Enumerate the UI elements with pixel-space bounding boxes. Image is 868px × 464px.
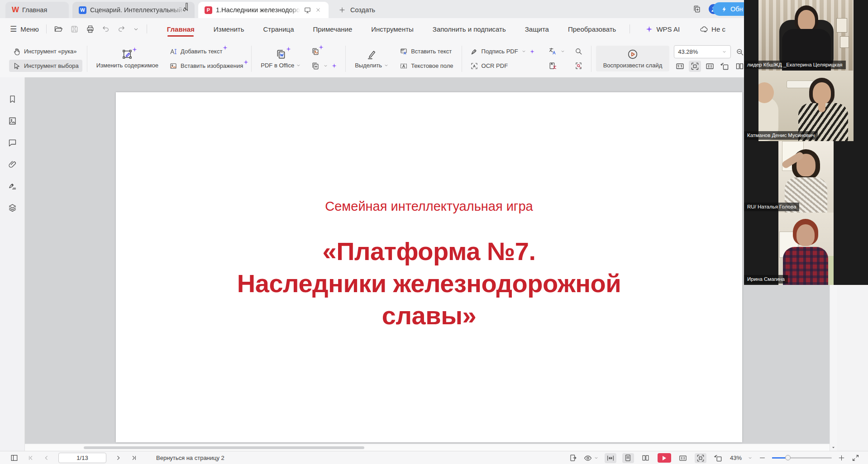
tab-home-label: Главная: [22, 6, 47, 14]
next-page-icon[interactable]: [114, 454, 122, 462]
menu-tab-protect[interactable]: Защита: [524, 20, 550, 38]
tab-pdf-document-active[interactable]: P 1.Наследники железнодоро: [198, 2, 329, 18]
edit-content-button[interactable]: Изменить содержимое: [92, 47, 163, 71]
fit-width-mode-button[interactable]: [605, 453, 616, 463]
hand-tool-label: Инструмент «рука»: [24, 48, 77, 55]
first-page-icon[interactable]: [27, 454, 34, 462]
redo-icon[interactable]: [117, 25, 125, 33]
zoom-in-plus-icon[interactable]: [838, 454, 845, 462]
horizontal-scrollbar[interactable]: [25, 444, 830, 451]
page-ratio-button[interactable]: [677, 453, 689, 463]
participant-tile[interactable]: RU/ Наталья Голова: [744, 141, 868, 213]
new-tab-button[interactable]: Создать: [339, 2, 375, 18]
zoom-out-icon[interactable]: [735, 47, 744, 57]
toggle-sidebar-icon[interactable]: [10, 454, 19, 462]
chevron-down-icon[interactable]: [133, 26, 139, 33]
insert-text-button[interactable]: Вставить текст: [396, 45, 457, 57]
pdf-page[interactable]: Семейная интеллектуальная игра «Платформ…: [116, 92, 742, 442]
eye-icon: [583, 454, 592, 463]
pdf-to-office-button[interactable]: PDF в Office: [256, 47, 305, 71]
actual-size-button[interactable]: [674, 61, 686, 72]
comments-panel-icon[interactable]: [8, 138, 17, 147]
save-icon[interactable]: [70, 25, 79, 33]
insert-images-button[interactable]: Вставить изображения: [166, 60, 247, 72]
fit-page-width-button[interactable]: [712, 453, 724, 463]
signatures-panel-icon[interactable]: [8, 181, 17, 191]
present-monitor-icon[interactable]: [304, 6, 311, 14]
two-page-mode-button[interactable]: [640, 453, 652, 463]
ocr-pdf-button[interactable]: OCR PDF: [467, 60, 539, 72]
menu-tab-tools[interactable]: Инструменты: [370, 20, 415, 38]
translate-icon: [548, 47, 557, 56]
ai-spark-icon: [331, 63, 337, 69]
horizontal-scrollbar-thumb[interactable]: [84, 446, 364, 449]
open-file-icon[interactable]: [54, 24, 63, 33]
select-tool-button[interactable]: Инструмент выбора: [9, 60, 82, 72]
text-field-button[interactable]: Текстовое поле: [396, 60, 457, 72]
sign-pdf-button[interactable]: Подпись PDF: [467, 45, 539, 57]
zoom-level-select[interactable]: 43.28%: [674, 45, 731, 58]
search-button[interactable]: [571, 45, 587, 57]
menu-tab-home[interactable]: Главная: [166, 20, 196, 38]
fit-screen-button[interactable]: [695, 453, 706, 463]
fit-page-button[interactable]: [689, 61, 701, 72]
rotate-page-button[interactable]: [719, 61, 731, 72]
scrollbar-down-arrow-icon[interactable]: [831, 445, 836, 450]
fit-width-button[interactable]: [704, 61, 716, 72]
return-to-page-link[interactable]: Вернуться на страницу 2: [156, 455, 224, 461]
layers-panel-icon[interactable]: [8, 203, 17, 213]
ratio-icon: [678, 454, 687, 463]
translate-button[interactable]: [545, 45, 569, 57]
translate-document-button[interactable]: [545, 60, 569, 72]
divider: [87, 46, 87, 72]
menu-tab-fill-sign[interactable]: Заполнить и подписать: [432, 20, 507, 38]
divider: [462, 46, 462, 72]
tab-wps-home[interactable]: W Главная: [5, 2, 69, 18]
tab-word-document[interactable]: W Сценарий. Интеллектуальный семе: [72, 2, 195, 18]
participant-tile[interactable]: Ирина Смагина: [744, 213, 868, 285]
area-select-button[interactable]: [571, 60, 587, 72]
zoom-level-value: 43.28%: [678, 48, 698, 55]
menu-tab-comment[interactable]: Примечание: [312, 20, 353, 38]
fullscreen-icon[interactable]: [851, 454, 860, 462]
divider: [591, 46, 591, 72]
main-menu-button[interactable]: ☰ Меню: [10, 24, 39, 34]
add-text-button[interactable]: Добавить текст: [166, 45, 247, 57]
undo-icon[interactable]: [102, 25, 110, 33]
menu-tab-edit[interactable]: Изменить: [213, 20, 245, 38]
highlight-button[interactable]: Выделить: [350, 47, 393, 71]
close-tab-icon[interactable]: [315, 7, 321, 13]
chevron-down-icon: [521, 49, 526, 54]
merge-split-button[interactable]: [307, 60, 341, 72]
auto-scroll-icon[interactable]: [569, 454, 577, 462]
print-icon[interactable]: [86, 25, 95, 33]
play-slide-button[interactable]: Воспроизвести слайд: [596, 46, 670, 71]
zoom-out-minus-icon[interactable]: [758, 454, 766, 462]
bookmarks-panel-icon[interactable]: [8, 95, 17, 104]
window-stack-icon[interactable]: [692, 5, 701, 14]
single-page-mode-button[interactable]: [622, 453, 634, 463]
wps-ai-button[interactable]: WPS AI: [645, 25, 680, 33]
zoom-slider-thumb[interactable]: [785, 455, 791, 460]
last-page-icon[interactable]: [130, 454, 138, 462]
attachments-panel-icon[interactable]: [8, 160, 17, 169]
pdf-to-image-button[interactable]: [307, 45, 341, 57]
menu-tab-page[interactable]: Страница: [262, 20, 295, 38]
previous-page-icon[interactable]: [43, 454, 50, 462]
menu-tab-convert[interactable]: Преобразовать: [567, 20, 617, 38]
page-number-input[interactable]: 1/13: [58, 453, 106, 463]
fit-width-icon: [606, 454, 615, 463]
document-canvas[interactable]: Семейная интеллектуальная игра «Платформ…: [25, 77, 868, 444]
play-presentation-button[interactable]: [658, 453, 671, 463]
sync-status[interactable]: Не с: [700, 25, 725, 33]
read-mode-button[interactable]: [583, 454, 599, 463]
chevron-down-icon[interactable]: [748, 455, 753, 460]
hand-tool-button[interactable]: Инструмент «рука»: [9, 45, 82, 57]
slide-title: «Платформа №7. Наследники железнодорожно…: [116, 235, 742, 331]
participant-tile[interactable]: Катманов Денис Мусинович: [744, 71, 868, 141]
thumbnails-panel-icon[interactable]: [8, 116, 17, 126]
ocr-icon: [470, 62, 478, 70]
ai-spark-icon: [132, 47, 138, 52]
participant-tile[interactable]: лидер КбшЖД _Екатерина Целярицкая: [744, 0, 868, 71]
zoom-slider[interactable]: [772, 457, 832, 459]
